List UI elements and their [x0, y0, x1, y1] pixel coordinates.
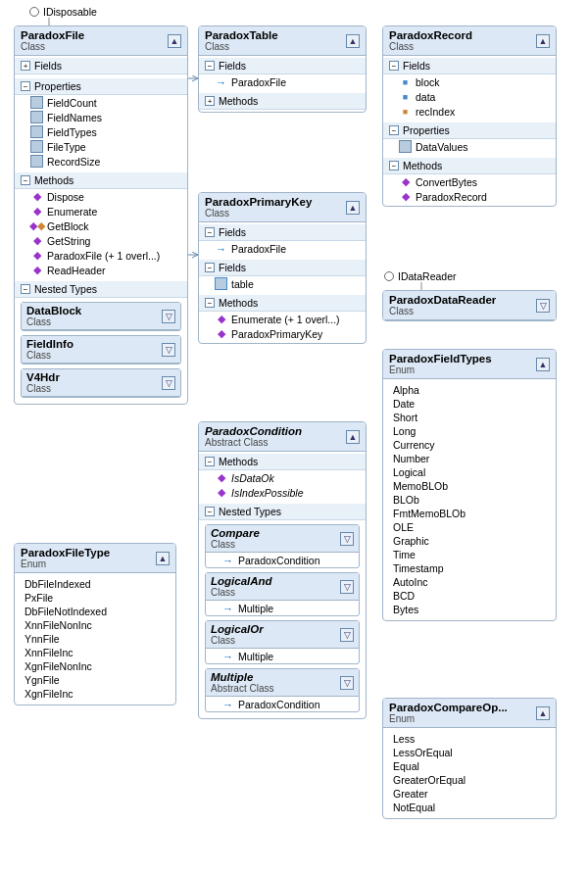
paradoxfile-methods-toggle[interactable]: −	[21, 175, 30, 185]
paradoxfile-props-toggle[interactable]: −	[21, 81, 30, 91]
readheader-text: ReadHeader	[47, 265, 106, 276]
paradoxtable-box: ParadoxTable Class ▲ − Fields → ParadoxF…	[198, 25, 367, 113]
paradoxdatareader-title: ParadoxDataReader	[389, 294, 496, 306]
paradoxfile-methods-label: Methods	[34, 174, 74, 186]
logicalor-icon[interactable]: ▽	[340, 628, 354, 642]
paradoxcompareop-header: ParadoxCompareOp... Enum ▲	[383, 699, 556, 728]
idatareader-circle	[384, 271, 394, 281]
enum-long: Long	[393, 424, 546, 438]
paradoxfiletype-expand-icon[interactable]: ▲	[156, 552, 170, 565]
recindex-icon	[399, 105, 412, 118]
paradoxfile-nested-header[interactable]: − Nested Types	[15, 281, 187, 298]
enum-greaterorequal: GreaterOrEqual	[393, 773, 546, 787]
multiple-inherit-row: → ParadoxCondition	[206, 697, 359, 711]
paradoxrecord-fields-header[interactable]: − Fields	[383, 58, 556, 74]
compare-header: Compare Class ▽	[206, 525, 359, 553]
v4hdr-icon[interactable]: ▽	[162, 376, 175, 390]
idisposable-label: IDisposable	[43, 6, 97, 18]
paradoxrecord-props-header[interactable]: − Properties	[383, 122, 556, 139]
paradoxfile-title: ParadoxFile	[21, 29, 84, 41]
paradoxrecord-methods-header[interactable]: − Methods	[383, 158, 556, 174]
paradoxcondition-nested-header[interactable]: − Nested Types	[199, 504, 366, 520]
paradoxrecord-props-toggle[interactable]: −	[389, 125, 399, 135]
paradoxprimarykey-fields-header[interactable]: − Fields	[199, 260, 366, 276]
paradoxdatareader-expand-icon[interactable]: ▽	[536, 299, 550, 313]
logicaland-title: LogicalAnd	[211, 575, 272, 587]
fieldinfo-header: FieldInfo Class ▽	[22, 336, 180, 364]
paradoxrecord-fields-toggle[interactable]: −	[389, 61, 399, 71]
paradoxrecord-title: ParadoxRecord	[389, 29, 472, 41]
v4hdr-nested: V4Hdr Class ▽	[21, 368, 181, 398]
idatareader-label: IDataReader	[398, 270, 457, 282]
getblock-text: GetBlock	[47, 220, 89, 232]
dispose-icon	[30, 190, 43, 203]
logicaland-icon[interactable]: ▽	[340, 580, 354, 594]
paradoxprimarykey-fields-toggle[interactable]: −	[205, 263, 215, 272]
logicaland-inherit-text: Multiple	[238, 603, 273, 614]
paradoxfile-fieldnames-row: FieldNames	[15, 110, 187, 124]
compare-icon[interactable]: ▽	[340, 532, 354, 546]
table-field-icon	[215, 277, 227, 290]
logicalor-inherit-icon: →	[221, 650, 234, 662]
paradoxfile-methods-header[interactable]: − Methods	[15, 172, 187, 189]
paradoxcondition-expand-icon[interactable]: ▲	[346, 430, 360, 444]
multiple-icon[interactable]: ▽	[340, 676, 354, 690]
paradoxprimarykey-ctor-row: ◆ ParadoxPrimaryKey	[199, 326, 366, 341]
paradoxprimarykey-inherit-label: Fields	[219, 226, 246, 238]
paradoxprimarykey-inherit-toggle[interactable]: −	[205, 227, 215, 237]
paradoxtable-methods-header[interactable]: + Methods	[199, 93, 366, 110]
block-text: block	[416, 76, 440, 88]
paradoxfieldtypes-expand-icon[interactable]: ▲	[536, 358, 550, 371]
paradoxfile-props-header[interactable]: − Properties	[15, 78, 187, 95]
paradoxfile-box: ParadoxFile Class ▲ + Fields − Propertie…	[14, 25, 188, 405]
paradoxcondition-methods-toggle[interactable]: −	[205, 457, 215, 466]
paradoxprimarykey-methods-header[interactable]: − Methods	[199, 295, 366, 312]
datablock-icon[interactable]: ▽	[162, 310, 175, 323]
recordsize-text: RecordSize	[47, 156, 100, 168]
enum-timestamp: Timestamp	[393, 561, 546, 575]
paradoxfile-fields-toggle[interactable]: +	[21, 61, 30, 71]
compare-inherit-icon: →	[221, 554, 234, 566]
data-text: data	[416, 91, 435, 103]
convertbytes-text: ConvertBytes	[416, 176, 477, 188]
getstring-text: GetString	[47, 235, 90, 247]
paradoxfieldtypes-items: Alpha Date Short Long Currency Number Lo…	[383, 379, 556, 620]
paradoxcondition-nested-section: − Nested Types Compare Class ▽ → Paradox…	[199, 502, 366, 718]
paradoxfile-fields-header[interactable]: + Fields	[15, 58, 187, 74]
paradoxfile-methods-section: − Methods Dispose Enumerate ◆ GetBlock G…	[15, 170, 187, 279]
paradoxrecord-expand-icon[interactable]: ▲	[536, 34, 550, 48]
enum-xgnfilenoninc: XgnFileNonInc	[24, 659, 166, 673]
logicalor-subtitle: Class	[211, 635, 264, 646]
paradoxcondition-methods-header[interactable]: − Methods	[199, 454, 366, 470]
paradoxtable-fields-header[interactable]: − Fields	[199, 58, 366, 74]
paradoxcondition-nested-toggle[interactable]: −	[205, 507, 215, 516]
fieldinfo-subtitle: Class	[26, 350, 74, 361]
paradoxtable-inherit-text: ParadoxFile	[231, 76, 286, 88]
paradoxprimarykey-methods-toggle[interactable]: −	[205, 298, 215, 308]
paradoxprimarykey-inherit-header[interactable]: − Fields	[199, 224, 366, 241]
paradoxtable-fields-label: Fields	[219, 60, 246, 72]
paradoxcondition-subtitle: Abstract Class	[205, 437, 302, 448]
isdataok-row: ◆ IsDataOk	[199, 470, 366, 485]
enum-autoinc: AutoInc	[393, 575, 546, 589]
paradoxfile-expand-icon[interactable]: ▲	[168, 34, 181, 48]
fieldinfo-icon[interactable]: ▽	[162, 343, 175, 357]
paradoxtable-methods-toggle[interactable]: +	[205, 96, 215, 106]
logicalor-nested: LogicalOr Class ▽ → Multiple	[205, 620, 360, 664]
paradoxcompareop-expand-icon[interactable]: ▲	[536, 706, 550, 720]
enumerate2-row: ◆ Enumerate (+ 1 overl...)	[199, 312, 366, 326]
paradoxrecord-methods-toggle[interactable]: −	[389, 161, 399, 170]
paradoxprimarykey-expand-icon[interactable]: ▲	[346, 201, 360, 215]
enum-less: Less	[393, 732, 546, 746]
paradoxtable-fields-toggle[interactable]: −	[205, 61, 215, 71]
enum-graphic: Graphic	[393, 534, 546, 548]
enum-ygnfile: YgnFile	[24, 673, 166, 687]
dispose-row: Dispose	[15, 189, 187, 204]
v4hdr-subtitle: Class	[26, 383, 60, 394]
paradoxfile-properties-section: − Properties FieldCount FieldNames Field…	[15, 76, 187, 170]
paradoxtable-header: ParadoxTable Class ▲	[199, 26, 366, 56]
paradoxfile-nested-toggle[interactable]: −	[21, 284, 30, 294]
paradoxtable-expand-icon[interactable]: ▲	[346, 34, 360, 48]
multiple-nested: Multiple Abstract Class ▽ → ParadoxCondi…	[205, 668, 360, 712]
paradoxfile-ctor-icon	[30, 249, 43, 262]
